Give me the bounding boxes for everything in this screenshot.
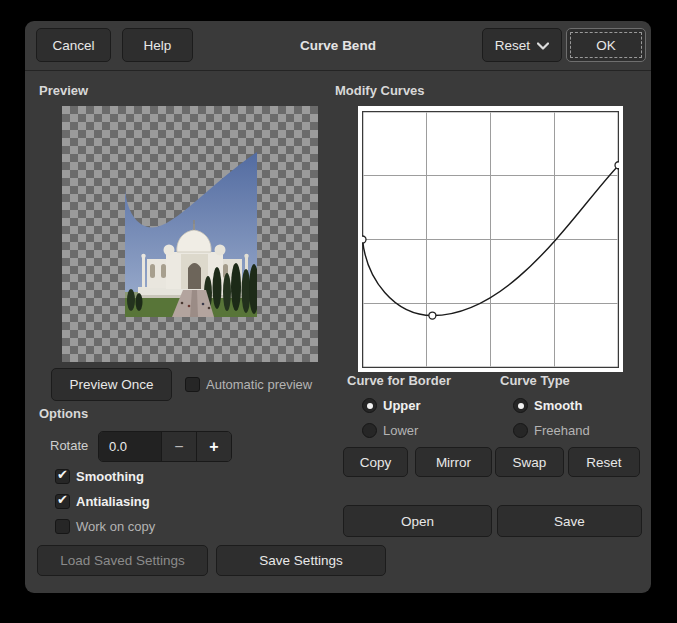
border-upper-radio[interactable]: Upper [362, 398, 421, 413]
checkbox-icon[interactable] [55, 519, 70, 534]
help-button[interactable]: Help [122, 28, 193, 62]
swap-button[interactable]: Swap [495, 447, 564, 477]
rotate-input[interactable]: 0.0 [99, 432, 161, 461]
chevron-down-icon [537, 42, 549, 50]
cancel-button[interactable]: Cancel [36, 28, 111, 62]
taj-mahal-scene [125, 146, 259, 317]
open-button-label: Open [401, 514, 434, 529]
ok-button-label: OK [596, 38, 616, 53]
rotate-spinner: 0.0 − + [98, 431, 232, 462]
preview-once-label: Preview Once [69, 377, 153, 392]
copy-button-label: Copy [360, 455, 392, 470]
ok-button[interactable]: OK [566, 28, 646, 62]
rotate-decrement-button[interactable]: − [161, 432, 196, 461]
border-lower-radio[interactable]: Lower [362, 423, 418, 438]
radio-icon[interactable] [513, 398, 528, 413]
curve-type-label: Curve Type [500, 373, 570, 388]
curve-canvas[interactable] [362, 111, 619, 368]
type-freehand-radio[interactable]: Freehand [513, 423, 590, 438]
save-button[interactable]: Save [497, 505, 642, 537]
antialiasing-checkbox[interactable]: Antialiasing [55, 494, 150, 509]
swap-button-label: Swap [513, 455, 547, 470]
checkbox-icon[interactable] [55, 469, 70, 484]
cancel-button-label: Cancel [52, 38, 94, 53]
radio-icon[interactable] [513, 423, 528, 438]
bent-image-preview [62, 106, 318, 362]
type-smooth-radio[interactable]: Smooth [513, 398, 582, 413]
save-settings-button[interactable]: Save Settings [216, 545, 386, 576]
work-on-copy-label: Work on copy [76, 519, 155, 534]
checkbox-icon[interactable] [55, 494, 70, 509]
reset-curve-button[interactable]: Reset [568, 447, 640, 477]
save-settings-label: Save Settings [259, 553, 342, 568]
options-section-label: Options [39, 406, 88, 421]
radio-icon[interactable] [362, 423, 377, 438]
rotate-increment-button[interactable]: + [196, 432, 231, 461]
border-lower-label: Lower [383, 423, 418, 438]
curve-for-border-label: Curve for Border [347, 373, 451, 388]
type-smooth-label: Smooth [534, 398, 582, 413]
reset-dropdown-button[interactable]: Reset [482, 28, 562, 62]
curve-editor[interactable] [358, 106, 623, 372]
reset-curve-button-label: Reset [586, 455, 621, 470]
antialiasing-label: Antialiasing [76, 494, 150, 509]
smoothing-checkbox[interactable]: Smoothing [55, 469, 144, 484]
type-freehand-label: Freehand [534, 423, 590, 438]
mirror-button[interactable]: Mirror [415, 447, 492, 477]
preview-once-button[interactable]: Preview Once [51, 368, 172, 401]
copy-button[interactable]: Copy [343, 447, 408, 477]
modify-curves-section-label: Modify Curves [335, 83, 425, 98]
checkbox-icon[interactable] [185, 377, 200, 392]
border-upper-label: Upper [383, 398, 421, 413]
load-saved-settings-button[interactable]: Load Saved Settings [37, 545, 208, 576]
help-button-label: Help [144, 38, 172, 53]
rotate-label: Rotate [50, 438, 88, 453]
load-saved-settings-label: Load Saved Settings [60, 553, 185, 568]
curve-bend-dialog: Curve Bend Cancel Help Reset OK Preview [25, 21, 651, 593]
smoothing-label: Smoothing [76, 469, 144, 484]
save-button-label: Save [554, 514, 585, 529]
automatic-preview-checkbox[interactable]: Automatic preview [185, 377, 312, 392]
reset-dropdown-label: Reset [495, 38, 530, 53]
preview-section-label: Preview [39, 83, 88, 98]
dialog-header: Curve Bend Cancel Help Reset OK [25, 21, 651, 71]
radio-icon[interactable] [362, 398, 377, 413]
work-on-copy-checkbox[interactable]: Work on copy [55, 519, 155, 534]
automatic-preview-label: Automatic preview [206, 377, 312, 392]
preview-area[interactable] [62, 106, 318, 362]
open-button[interactable]: Open [343, 505, 492, 537]
mirror-button-label: Mirror [436, 455, 471, 470]
